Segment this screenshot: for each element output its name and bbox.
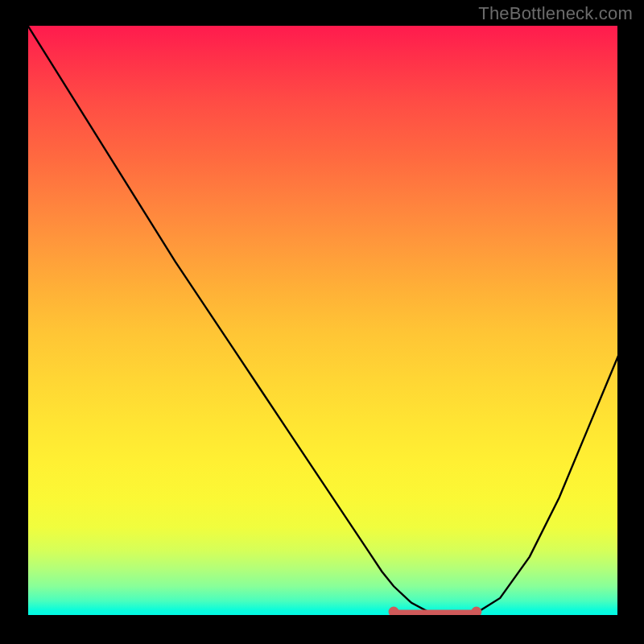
- bottleneck-curve: [27, 25, 618, 616]
- chart-plot-area: [27, 25, 618, 616]
- svg-point-2: [471, 607, 481, 617]
- watermark-text: TheBottleneck.com: [478, 3, 633, 24]
- optimal-range-marker: [389, 607, 482, 617]
- svg-point-1: [389, 607, 399, 617]
- chart-svg: [27, 25, 618, 616]
